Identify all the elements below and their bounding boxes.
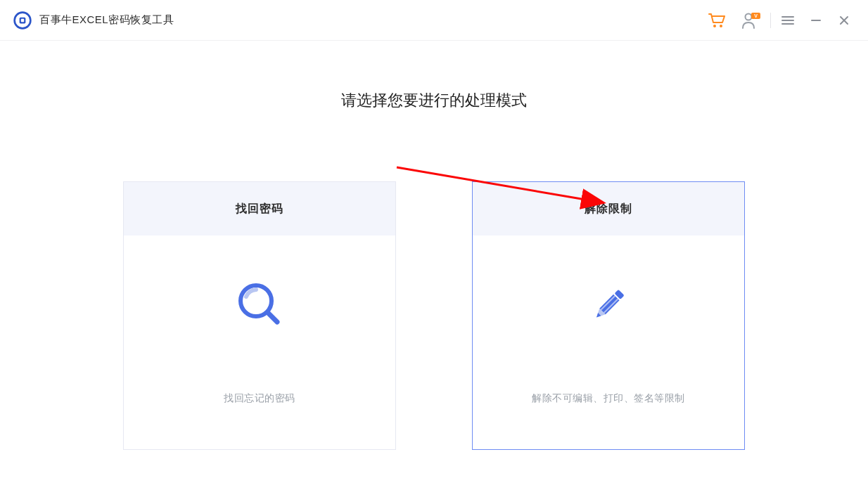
close-icon[interactable] xyxy=(830,6,858,34)
magnifier-icon xyxy=(235,280,284,329)
titlebar-left: 百事牛EXCEL密码恢复工具 xyxy=(13,11,174,30)
card-body: 解除不可编辑、打印、签名等限制 xyxy=(473,235,744,449)
svg-text:V: V xyxy=(754,13,758,18)
minimize-icon[interactable] xyxy=(802,6,830,34)
menu-icon[interactable] xyxy=(774,6,802,34)
svg-line-15 xyxy=(268,313,277,322)
pencil-icon xyxy=(584,280,633,329)
user-vip-icon[interactable]: V xyxy=(734,6,767,34)
svg-point-3 xyxy=(713,25,716,27)
card-desc: 解除不可编辑、打印、签名等限制 xyxy=(532,392,685,405)
card-title: 解除限制 xyxy=(473,182,744,235)
svg-rect-2 xyxy=(21,18,24,21)
app-logo-icon xyxy=(13,11,32,30)
card-desc: 找回忘记的密码 xyxy=(224,392,295,405)
cart-icon[interactable] xyxy=(700,6,734,34)
main-heading: 请选择您要进行的处理模式 xyxy=(0,90,868,111)
svg-point-5 xyxy=(746,13,752,20)
card-remove-restriction[interactable]: 解除限制 解除不可编辑、打印、签名等限制 xyxy=(472,181,745,450)
svg-point-4 xyxy=(720,25,722,27)
app-title: 百事牛EXCEL密码恢复工具 xyxy=(39,13,174,27)
card-recover-password[interactable]: 找回密码 找回忘记的密码 xyxy=(123,181,396,450)
card-body: 找回忘记的密码 xyxy=(124,235,395,449)
card-title: 找回密码 xyxy=(124,182,395,235)
mode-cards: 找回密码 找回忘记的密码 解除限制 xyxy=(0,181,868,450)
titlebar-right: V xyxy=(700,6,858,34)
titlebar-separator xyxy=(770,13,771,28)
titlebar: 百事牛EXCEL密码恢复工具 V xyxy=(0,0,868,41)
